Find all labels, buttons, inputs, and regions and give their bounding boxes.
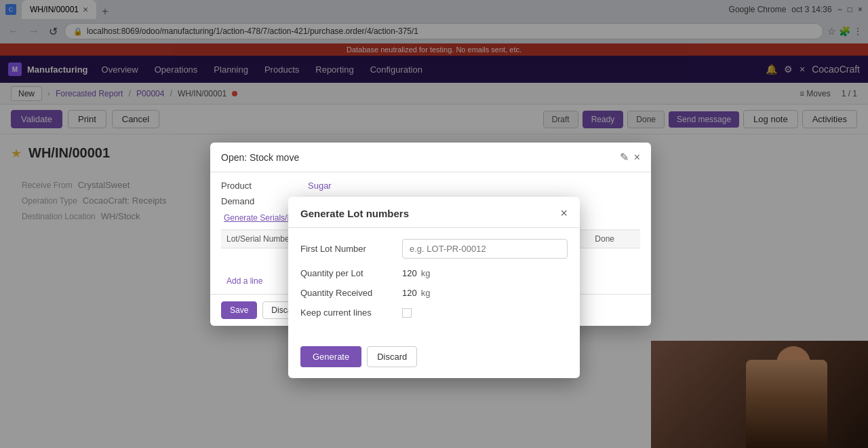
- lot-dialog-body: First Lot Number Quantity per Lot 120 kg…: [288, 228, 580, 248]
- stock-move-dialog-header: Open: Stock move ✎ ×: [210, 143, 651, 172]
- lot-dialog-title: Generate Lot numbers: [300, 208, 409, 219]
- lot-dialog-close-button[interactable]: ×: [560, 206, 568, 221]
- stock-move-dialog-title: Open: Stock move: [221, 152, 299, 163]
- stock-move-close-icon[interactable]: ×: [634, 151, 640, 164]
- first-lot-row: First Lot Number: [300, 239, 568, 248]
- stock-move-dialog-actions: ✎ ×: [620, 151, 640, 164]
- stock-move-expand-icon[interactable]: ✎: [620, 151, 629, 164]
- first-lot-label: First Lot Number: [300, 244, 402, 248]
- stock-move-product-label: Product: [221, 181, 302, 191]
- stock-move-product-value: Sugar: [308, 181, 332, 191]
- stock-move-product-row: Product Sugar: [221, 181, 640, 191]
- lot-numbers-dialog: Generate Lot numbers × First Lot Number …: [288, 197, 580, 248]
- first-lot-input[interactable]: [402, 239, 568, 248]
- lot-dialog-header: Generate Lot numbers ×: [288, 197, 580, 228]
